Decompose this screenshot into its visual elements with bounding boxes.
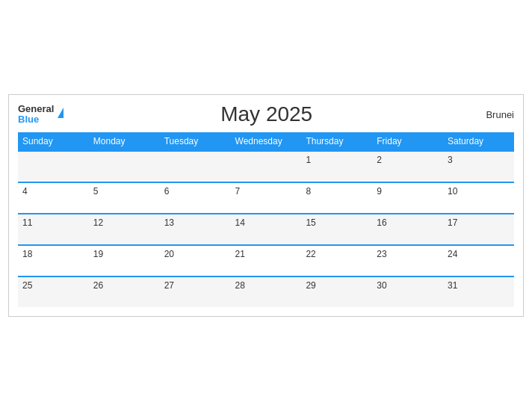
- calendar-week-row: 25262728293031: [18, 276, 514, 307]
- calendar-thead: Sunday Monday Tuesday Wednesday Thursday…: [18, 132, 514, 151]
- day-number: 14: [235, 217, 245, 228]
- day-number: 2: [377, 155, 382, 165]
- calendar-day-cell: 9: [372, 182, 443, 214]
- logo-text: General Blue: [18, 104, 54, 126]
- day-number: 28: [235, 280, 245, 291]
- calendar-day-cell: 12: [89, 214, 160, 245]
- days-header-row: Sunday Monday Tuesday Wednesday Thursday…: [18, 132, 514, 151]
- calendar-day-cell: 4: [18, 182, 89, 214]
- day-number: 19: [93, 249, 103, 259]
- header-sunday: Sunday: [18, 132, 89, 151]
- day-number: 31: [448, 280, 457, 291]
- header-tuesday: Tuesday: [160, 132, 231, 151]
- day-number: 12: [93, 217, 103, 228]
- calendar-day-cell: 8: [301, 182, 372, 214]
- calendar-day-cell: 19: [89, 245, 160, 276]
- day-number: 9: [377, 186, 382, 197]
- day-number: 5: [93, 186, 99, 197]
- calendar-day-cell: 26: [89, 276, 160, 307]
- day-number: 13: [164, 217, 174, 228]
- calendar-week-row: 18192021222324: [18, 245, 514, 276]
- header-thursday: Thursday: [301, 132, 372, 151]
- day-number: 7: [235, 186, 241, 197]
- calendar-day-cell: 6: [160, 182, 231, 214]
- calendar-day-cell: 22: [301, 245, 372, 276]
- calendar-body: 1234567891011121314151617181920212223242…: [18, 151, 514, 307]
- day-number: 23: [377, 249, 386, 259]
- country-label: Brunei: [469, 109, 514, 120]
- header-monday: Monday: [89, 132, 160, 151]
- day-number: 1: [306, 155, 311, 165]
- day-number: 27: [164, 280, 174, 291]
- calendar-day-cell: [160, 151, 231, 182]
- calendar-day-cell: 10: [443, 182, 514, 214]
- calendar-day-cell: 11: [18, 214, 89, 245]
- day-number: 8: [306, 186, 311, 197]
- calendar-day-cell: 7: [231, 182, 302, 214]
- calendar-week-row: 123: [18, 151, 514, 182]
- calendar-week-row: 11121314151617: [18, 214, 514, 245]
- header-friday: Friday: [372, 132, 443, 151]
- calendar-day-cell: 2: [372, 151, 443, 182]
- day-number: 25: [22, 280, 32, 291]
- calendar-day-cell: 13: [160, 214, 231, 245]
- calendar-day-cell: 31: [443, 276, 514, 307]
- calendar-day-cell: 23: [372, 245, 443, 276]
- day-number: 18: [22, 249, 32, 259]
- calendar-week-row: 45678910: [18, 182, 514, 214]
- header-saturday: Saturday: [443, 132, 514, 151]
- calendar-day-cell: 29: [301, 276, 372, 307]
- day-number: 6: [164, 186, 170, 197]
- day-number: 21: [235, 249, 245, 259]
- calendar-day-cell: 1: [301, 151, 372, 182]
- day-number: 20: [164, 249, 174, 259]
- day-number: 4: [22, 186, 28, 197]
- day-number: 24: [448, 249, 457, 259]
- day-number: 11: [22, 217, 32, 228]
- calendar-day-cell: 24: [443, 245, 514, 276]
- day-number: 15: [306, 217, 315, 228]
- day-number: 17: [448, 217, 457, 228]
- day-number: 26: [93, 280, 103, 291]
- day-number: 22: [306, 249, 315, 259]
- calendar-day-cell: 16: [372, 214, 443, 245]
- calendar-day-cell: 18: [18, 245, 89, 276]
- calendar-day-cell: 25: [18, 276, 89, 307]
- day-number: 29: [306, 280, 315, 291]
- calendar-day-cell: 14: [231, 214, 302, 245]
- calendar-day-cell: 21: [231, 245, 302, 276]
- calendar-day-cell: [231, 151, 302, 182]
- calendar-day-cell: 3: [443, 151, 514, 182]
- calendar-header: General Blue May 2025 Brunei: [18, 102, 514, 126]
- calendar-wrapper: General Blue May 2025 Brunei Sunday Mond…: [8, 94, 524, 317]
- calendar-day-cell: [18, 151, 89, 182]
- calendar-day-cell: 20: [160, 245, 231, 276]
- header-wednesday: Wednesday: [231, 132, 302, 151]
- calendar-day-cell: 17: [443, 214, 514, 245]
- calendar-day-cell: 27: [160, 276, 231, 307]
- calendar-day-cell: 30: [372, 276, 443, 307]
- day-number: 3: [448, 155, 453, 165]
- logo: General Blue: [18, 104, 64, 126]
- calendar-day-cell: 15: [301, 214, 372, 245]
- calendar-table: Sunday Monday Tuesday Wednesday Thursday…: [18, 132, 514, 307]
- logo-triangle-icon: [58, 108, 64, 118]
- day-number: 10: [448, 186, 457, 197]
- logo-general-text: General: [18, 104, 54, 114]
- calendar-day-cell: 5: [89, 182, 160, 214]
- calendar-day-cell: 28: [231, 276, 302, 307]
- calendar-day-cell: [89, 151, 160, 182]
- logo-blue-text: Blue: [18, 114, 54, 125]
- day-number: 30: [377, 280, 386, 291]
- month-title: May 2025: [64, 102, 469, 126]
- day-number: 16: [377, 217, 386, 228]
